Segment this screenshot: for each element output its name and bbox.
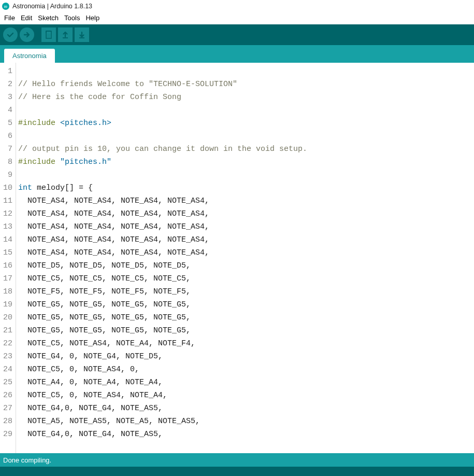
line-number: 28 (0, 415, 12, 428)
tab-astronomia[interactable]: Astronomia (4, 49, 55, 63)
code-line[interactable]: NOTE_AS4, NOTE_AS4, NOTE_AS4, NOTE_AS4, (18, 220, 474, 233)
open-sketch-button[interactable] (58, 27, 73, 42)
code-line[interactable]: NOTE_F5, NOTE_F5, NOTE_F5, NOTE_F5, (18, 285, 474, 298)
code-line[interactable]: NOTE_C5, NOTE_AS4, NOTE_A4, NOTE_F4, (18, 337, 474, 350)
line-number: 23 (0, 350, 12, 363)
line-number: 6 (0, 130, 12, 143)
arrow-down-icon (78, 30, 86, 39)
line-number: 29 (0, 428, 12, 441)
code-line[interactable] (18, 169, 474, 181)
line-number: 19 (0, 298, 12, 311)
menu-file[interactable]: File (2, 13, 17, 22)
verify-button[interactable] (3, 27, 18, 42)
menu-edit[interactable]: Edit (19, 13, 34, 22)
code-line[interactable]: NOTE_G5, NOTE_G5, NOTE_G5, NOTE_G5, (18, 324, 474, 337)
code-line[interactable]: NOTE_C5, NOTE_C5, NOTE_C5, NOTE_C5, (18, 272, 474, 285)
console-area (0, 467, 474, 476)
arrow-up-icon (61, 30, 69, 39)
code-line[interactable]: NOTE_C5, 0, NOTE_AS4, NOTE_A4, (18, 389, 474, 402)
code-line[interactable]: // output pin is 10, you can change it d… (18, 143, 474, 156)
line-number: 2 (0, 78, 12, 91)
code-line[interactable]: #include <pitches.h> (18, 117, 474, 130)
menu-sketch[interactable]: Sketch (36, 13, 61, 22)
status-text: Done compiling. (3, 456, 51, 464)
line-number: 25 (0, 376, 12, 389)
line-number: 4 (0, 104, 12, 117)
line-number: 8 (0, 156, 12, 169)
code-line[interactable]: NOTE_G5, NOTE_G5, NOTE_G5, NOTE_G5, (18, 311, 474, 324)
line-number: 5 (0, 117, 12, 130)
menubar: File Edit Sketch Tools Help (0, 12, 474, 24)
arduino-app-icon (2, 3, 9, 10)
line-number: 9 (0, 169, 12, 181)
line-number: 7 (0, 143, 12, 156)
code-area[interactable]: // Hello friends Welcome to "TECHNO-E-SO… (16, 63, 474, 453)
code-line[interactable]: NOTE_A5, NOTE_AS5, NOTE_A5, NOTE_AS5, (18, 415, 474, 428)
line-number: 17 (0, 272, 12, 285)
line-number: 20 (0, 311, 12, 324)
titlebar: Astronomia | Arduino 1.8.13 (0, 0, 474, 12)
menu-help[interactable]: Help (83, 13, 102, 22)
code-line[interactable]: NOTE_G5, NOTE_G5, NOTE_G5, NOTE_G5, (18, 298, 474, 311)
code-line[interactable]: NOTE_AS4, NOTE_AS4, NOTE_AS4, NOTE_AS4, (18, 194, 474, 207)
window-title: Astronomia | Arduino 1.8.13 (12, 3, 92, 10)
code-line[interactable]: NOTE_D5, NOTE_D5, NOTE_D5, NOTE_D5, (18, 259, 474, 272)
line-number: 10 (0, 181, 12, 194)
tab-strip: Astronomia (0, 45, 474, 63)
menu-tools[interactable]: Tools (62, 13, 82, 22)
code-line[interactable] (18, 130, 474, 143)
line-number: 14 (0, 233, 12, 246)
code-line[interactable]: NOTE_A4, 0, NOTE_A4, NOTE_A4, (18, 376, 474, 389)
arrow-right-icon (23, 31, 31, 39)
line-number: 11 (0, 194, 12, 207)
line-gutter: 1234567891011121314151617181920212223242… (0, 63, 16, 453)
line-number: 18 (0, 285, 12, 298)
line-number: 3 (0, 91, 12, 104)
line-number: 27 (0, 402, 12, 415)
line-number: 1 (0, 65, 12, 78)
check-icon (6, 31, 15, 39)
status-bar: Done compiling. (0, 453, 474, 467)
code-line[interactable] (18, 104, 474, 117)
line-number: 22 (0, 337, 12, 350)
line-number: 16 (0, 259, 12, 272)
line-number: 26 (0, 389, 12, 402)
new-file-icon (45, 30, 53, 39)
upload-button[interactable] (20, 27, 34, 42)
code-line[interactable]: NOTE_AS4, NOTE_AS4, NOTE_AS4, NOTE_AS4, (18, 233, 474, 246)
new-sketch-button[interactable] (41, 27, 56, 42)
code-line[interactable]: NOTE_AS4, NOTE_AS4, NOTE_AS4, NOTE_AS4, (18, 207, 474, 220)
save-sketch-button[interactable] (75, 27, 89, 42)
code-line[interactable]: // Here is the code for Coffin Song (18, 91, 474, 104)
code-line[interactable]: NOTE_G4,0, NOTE_G4, NOTE_AS5, (18, 428, 474, 441)
code-line[interactable]: NOTE_AS4, NOTE_AS4, NOTE_AS4, NOTE_AS4, (18, 246, 474, 259)
code-line[interactable]: // Hello friends Welcome to "TECHNO-E-SO… (18, 78, 474, 91)
code-line[interactable]: int melody[] = { (18, 181, 474, 194)
code-line[interactable]: #include "pitches.h" (18, 156, 474, 169)
line-number: 13 (0, 220, 12, 233)
code-editor[interactable]: 1234567891011121314151617181920212223242… (0, 63, 474, 453)
line-number: 21 (0, 324, 12, 337)
code-line[interactable]: NOTE_G4, 0, NOTE_G4, NOTE_D5, (18, 350, 474, 363)
code-line[interactable]: NOTE_C5, 0, NOTE_AS4, 0, (18, 363, 474, 376)
code-line[interactable] (18, 65, 474, 78)
line-number: 24 (0, 363, 12, 376)
line-number: 15 (0, 246, 12, 259)
code-line[interactable]: NOTE_G4,0, NOTE_G4, NOTE_AS5, (18, 402, 474, 415)
toolbar (0, 24, 474, 45)
line-number: 12 (0, 207, 12, 220)
